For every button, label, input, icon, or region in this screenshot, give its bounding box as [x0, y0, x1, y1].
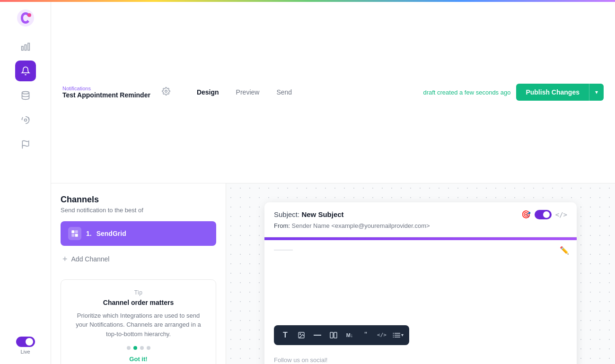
- toolbar-divider-btn[interactable]: [310, 328, 325, 342]
- svg-rect-2: [21, 46, 23, 50]
- canvas-area: Subject: New Subject 🎯 </> From: Se: [226, 183, 615, 364]
- header-right: draft created a few seconds ago Publish …: [423, 84, 604, 101]
- svg-point-22: [393, 335, 394, 336]
- tip-got-it-button[interactable]: Got it!: [70, 355, 206, 363]
- editor-content[interactable]: ✏️: [264, 240, 577, 325]
- app-logo[interactable]: [15, 8, 36, 28]
- email-editor-card: Subject: New Subject 🎯 </> From: Se: [264, 202, 577, 364]
- svg-point-0: [17, 9, 34, 26]
- email-subject-row: Subject: New Subject 🎯 </>: [274, 210, 567, 219]
- header: Notifications Test Appointment Reminder …: [51, 2, 615, 183]
- svg-point-21: [393, 333, 394, 334]
- pencil-icon[interactable]: ✏️: [560, 246, 569, 255]
- subject-label: Subject:: [274, 210, 299, 218]
- sidebar-item-analytics[interactable]: [15, 36, 36, 57]
- toolbar-image-btn[interactable]: [294, 328, 309, 342]
- svg-point-14: [300, 333, 301, 334]
- channel-number: 1.: [86, 230, 92, 237]
- tip-dots: [70, 346, 206, 350]
- tip-heading: Channel order matters: [70, 299, 206, 306]
- breadcrumb: Notifications: [62, 86, 150, 91]
- settings-icon[interactable]: [162, 87, 170, 97]
- svg-rect-3: [25, 45, 26, 51]
- toolbar-markdown-btn[interactable]: M↓: [342, 328, 357, 342]
- svg-rect-10: [75, 230, 78, 233]
- tip-card: Tip Channel order matters Prioritize whi…: [61, 279, 216, 364]
- sidebar-item-database[interactable]: [15, 85, 36, 106]
- tip-dot-3: [140, 346, 144, 350]
- email-actions: 🎯 </>: [521, 210, 567, 219]
- live-label: Live: [20, 349, 30, 355]
- svg-rect-12: [75, 234, 78, 236]
- svg-point-8: [165, 90, 167, 93]
- svg-rect-17: [334, 332, 337, 338]
- sidebar-item-integrations[interactable]: [15, 110, 36, 130]
- left-panel: Channels Send notification to the best o…: [51, 183, 226, 364]
- svg-rect-11: [71, 234, 74, 236]
- toolbar-columns-btn[interactable]: [326, 328, 341, 342]
- tab-preview[interactable]: Preview: [228, 86, 267, 99]
- email-from: From: Sender Name <example@youremailprov…: [274, 222, 567, 229]
- editor-toolbar: T: [274, 325, 409, 345]
- toolbar-text-btn[interactable]: T: [278, 328, 293, 342]
- sidebar: Live: [0, 2, 51, 364]
- email-subject: Subject: New Subject: [274, 210, 344, 218]
- tab-send[interactable]: Send: [269, 86, 299, 99]
- code-brackets-icon[interactable]: </>: [555, 211, 567, 218]
- tip-dot-2: [133, 346, 137, 350]
- sidebar-item-flags[interactable]: [15, 134, 36, 155]
- from-value: Sender Name <example@youremailprovider.c…: [292, 222, 430, 229]
- editor-line: [274, 250, 293, 251]
- toolbar-quote-btn[interactable]: ": [358, 328, 373, 342]
- channels-subtitle: Send notification to the best of: [61, 207, 216, 214]
- live-toggle[interactable]: Live: [16, 337, 35, 355]
- channel-name: SendGrid: [97, 230, 126, 237]
- tip-body: Prioritize which Integrations are used t…: [70, 311, 206, 339]
- email-html-toggle[interactable]: [535, 210, 552, 219]
- draft-status: draft created a few seconds ago: [423, 89, 510, 96]
- add-channel-label: Add Channel: [71, 255, 110, 263]
- toolbar-code-btn[interactable]: </>: [374, 328, 389, 342]
- sidebar-bottom: Live: [16, 337, 35, 358]
- header-nav: Design Preview Send: [189, 86, 299, 99]
- tip-dot-1: [127, 346, 131, 350]
- from-label: From:: [274, 222, 290, 229]
- svg-rect-9: [71, 230, 74, 233]
- emoji-icon[interactable]: 🎯: [521, 210, 531, 219]
- publish-button[interactable]: Publish Changes: [516, 84, 589, 101]
- svg-point-23: [393, 337, 394, 338]
- editor-body: ✏️ T: [264, 237, 577, 364]
- add-icon: +: [62, 254, 68, 264]
- tip-dot-4: [147, 346, 150, 350]
- channel-item-sendgrid[interactable]: 1. SendGrid: [61, 221, 216, 246]
- svg-point-1: [27, 13, 31, 17]
- svg-point-5: [22, 92, 29, 94]
- sidebar-item-notifications[interactable]: [15, 61, 36, 81]
- main-content: Channels Send notification to the best o…: [51, 183, 615, 364]
- svg-rect-4: [28, 43, 29, 50]
- channels-title: Channels: [61, 195, 216, 205]
- header-title: Notifications Test Appointment Reminder: [62, 86, 150, 99]
- tab-design[interactable]: Design: [189, 86, 227, 99]
- subject-value[interactable]: New Subject: [301, 210, 343, 218]
- editor-footer-text: Follow us on social!: [264, 353, 577, 364]
- toolbar-list-btn[interactable]: ▾: [390, 328, 405, 342]
- sendgrid-icon: [68, 227, 81, 240]
- tip-label: Tip: [70, 289, 206, 296]
- email-header: Subject: New Subject 🎯 </> From: Se: [264, 202, 577, 237]
- svg-rect-16: [330, 332, 333, 338]
- publish-dropdown-button[interactable]: ▾: [589, 84, 604, 101]
- live-toggle-switch[interactable]: [16, 337, 35, 347]
- svg-point-6: [24, 119, 26, 121]
- add-channel-button[interactable]: + Add Channel: [61, 251, 216, 268]
- publish-btn-group: Publish Changes ▾: [516, 84, 604, 101]
- page-title: Test Appointment Reminder: [62, 91, 150, 99]
